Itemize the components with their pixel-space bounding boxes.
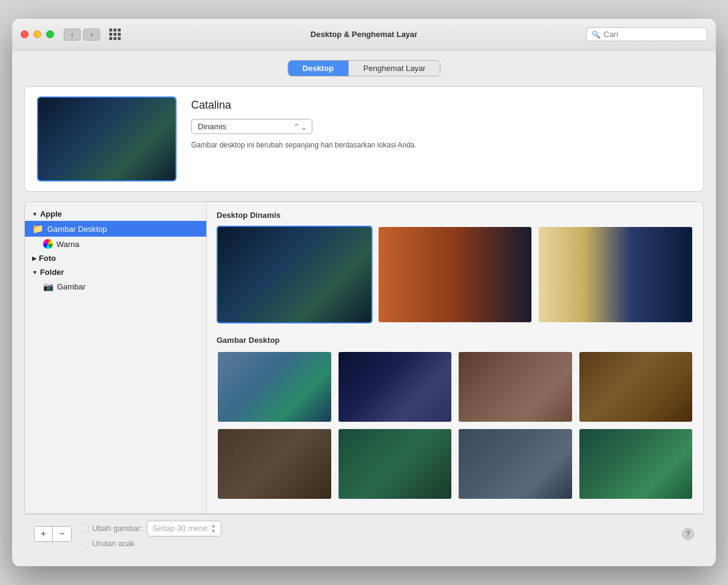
wallpaper-thumbnail-image [218,352,331,422]
random-checkbox-label[interactable]: Urutan acak [81,539,672,548]
app-grid-button[interactable] [105,27,124,42]
minimize-button[interactable] [33,30,41,38]
wallpaper-thumbnail-image [579,429,693,499]
change-picture-label: Ubah gambar: [92,524,142,533]
content-area: Desktop Penghemat Layar Catalina Dinamis… [12,50,716,566]
main-panel: ▼ Apple 📁 Gambar Desktop Warna ▶ Foto [24,201,704,514]
tab-screensaver[interactable]: Penghemat Layar [349,61,440,76]
add-remove-buttons: + − [34,526,72,542]
wallpaper-thumb-rocky[interactable] [217,428,332,500]
grid-icon [109,29,121,40]
sidebar-item-gambar[interactable]: 📷 Gambar [25,279,206,294]
sidebar-item-gambar-desktop[interactable]: 📁 Gambar Desktop [25,221,206,237]
static-wallpaper-grid-row2 [217,428,693,500]
color-wheel-icon [43,239,53,249]
interval-arrows-icon: ▲▼ [211,523,216,534]
close-button[interactable] [21,30,29,38]
sidebar-item-warna-label: Warna [56,240,79,249]
random-row: Urutan acak [81,539,672,548]
sidebar-group-foto[interactable]: ▶ Foto [25,251,206,265]
bottom-controls: Ubah gambar: Setiap 30 menit ▲▼ Urutan a… [81,521,672,548]
sidebar-group-apple-label: Apple [40,209,62,218]
interval-dropdown[interactable]: Setiap 30 menit ▲▼ [147,521,221,536]
wallpaper-thumb-coast2[interactable] [578,428,694,500]
dynamic-wallpaper-grid [217,226,693,323]
sidebar-group-folder[interactable]: ▼ Folder [25,265,206,279]
change-picture-checkbox-label[interactable]: Ubah gambar: [81,524,142,533]
tab-desktop[interactable]: Desktop [288,61,349,76]
preview-thumbnail [38,98,175,180]
preview-description: Gambar desktop ini berubah sepanjang har… [191,140,417,150]
wallpaper-thumb-catalina-dawn[interactable] [457,351,573,423]
content-panel: Desktop Dinamis Gambar Desktop [207,202,703,513]
titlebar: ‹ › Desktop & Penghemat Layar 🔍 [12,19,716,50]
sidebar: ▼ Apple 📁 Gambar Desktop Warna ▶ Foto [25,202,207,513]
wallpaper-thumb-sunset-island[interactable] [578,351,694,423]
wallpaper-thumbnail-image [459,352,572,422]
search-box: 🔍 [586,27,707,41]
traffic-lights [21,30,54,38]
interval-value: Setiap 30 menit [152,524,207,533]
maximize-button[interactable] [46,30,54,38]
wallpaper-thumb-catalina-dusk[interactable] [337,351,453,423]
add-button[interactable]: + [35,527,53,541]
wallpaper-thumb-green-coast[interactable] [337,428,453,500]
preview-image [37,96,177,181]
preview-title: Catalina [191,99,417,112]
random-label: Urutan acak [92,539,135,548]
search-icon: 🔍 [592,30,601,39]
wallpaper-thumbnail-image [539,227,692,322]
forward-button[interactable]: › [83,29,100,41]
main-window: ‹ › Desktop & Penghemat Layar 🔍 Desktop … [12,19,716,566]
wallpaper-thumbnail-image [579,352,693,422]
wallpaper-thumbnail-image [218,429,331,499]
sidebar-group-foto-label: Foto [39,254,56,263]
wallpaper-thumbnail-image [218,227,371,322]
sidebar-group-apple[interactable]: ▼ Apple [25,207,206,221]
bottom-bar: + − Ubah gambar: Setiap 30 menit ▲▼ [24,514,704,554]
tab-group: Desktop Penghemat Layar [288,60,441,76]
remove-button[interactable]: − [53,527,71,541]
change-picture-checkbox[interactable] [81,524,89,532]
dynamic-section-title: Desktop Dinamis [217,211,693,220]
sidebar-group-folder-label: Folder [40,268,64,277]
sidebar-item-gambar-desktop-label: Gambar Desktop [47,225,107,234]
nav-buttons: ‹ › [64,29,100,41]
triangle-down-icon: ▼ [32,211,38,217]
wallpaper-thumbnail-image [339,429,452,499]
wallpaper-thumbnail-image [339,352,452,422]
change-picture-row: Ubah gambar: Setiap 30 menit ▲▼ [81,521,672,536]
wallpaper-thumb-catalina-dynamic[interactable] [217,226,372,323]
triangle-down2-icon: ▼ [32,269,38,276]
wallpaper-thumb-storm[interactable] [457,428,573,500]
preview-info: Catalina Dinamis Terang Gelap ⌃⌄ Gambar … [191,96,417,150]
wallpaper-thumb-blue[interactable] [538,226,693,323]
window-title: Desktop & Penghemat Layar [311,30,417,39]
wallpaper-thumbnail-image [379,227,532,322]
wallpaper-thumb-catalina-light[interactable] [217,351,332,423]
preview-section: Catalina Dinamis Terang Gelap ⌃⌄ Gambar … [24,86,704,192]
dropdown-container: Dinamis Terang Gelap ⌃⌄ [191,119,312,134]
search-input[interactable] [604,30,702,39]
wallpaper-thumb-mojave[interactable] [377,226,533,323]
back-button[interactable]: ‹ [64,29,81,41]
sidebar-item-warna[interactable]: Warna [25,237,206,251]
static-section-title: Gambar Desktop [217,336,693,345]
tab-bar: Desktop Penghemat Layar [24,60,704,76]
random-checkbox[interactable] [81,539,89,547]
triangle-right-icon: ▶ [32,255,36,262]
picture-style-dropdown[interactable]: Dinamis Terang Gelap [191,119,312,134]
sidebar-item-gambar-label: Gambar [57,282,86,291]
static-wallpaper-grid-row1 [217,351,693,423]
folder-blue-icon: 📁 [32,223,44,234]
help-button[interactable]: ? [682,528,694,540]
wallpaper-thumbnail-image [459,429,572,499]
photo-icon: 📷 [43,282,53,291]
